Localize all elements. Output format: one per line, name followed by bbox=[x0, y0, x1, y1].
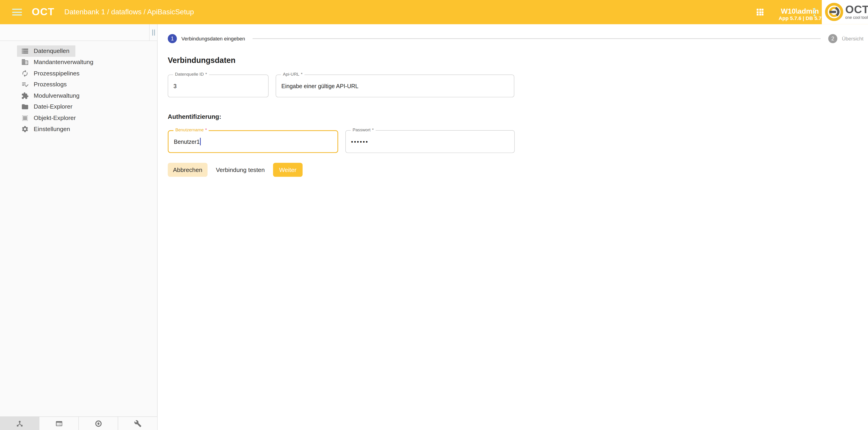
sidebar-item-einstellungen[interactable]: Einstellungen bbox=[17, 124, 76, 135]
eye-icon bbox=[95, 420, 102, 427]
apps-grid-icon[interactable] bbox=[757, 9, 764, 15]
datasource-id-label: Datenquelle ID* bbox=[173, 71, 209, 77]
brand-logo: OCT one cool tool bbox=[822, 0, 868, 24]
sidebar-item-label: Modulverwaltung bbox=[34, 92, 80, 99]
logo-tagline: one cool tool bbox=[845, 15, 868, 20]
button-row: Abbrechen Verbindung testen Weiter bbox=[168, 163, 868, 177]
sidebar-item-label: Mandantenverwaltung bbox=[34, 59, 93, 66]
app-title: OCT bbox=[32, 6, 55, 18]
next-button[interactable]: Weiter bbox=[273, 163, 303, 177]
logged-in-user[interactable]: W10\admin bbox=[781, 7, 819, 16]
test-connection-button[interactable]: Verbindung testen bbox=[211, 163, 269, 177]
cancel-button[interactable]: Abbrechen bbox=[168, 163, 208, 177]
app-window: OCT Datenbank 1 / dataflows / ApiBasicSe… bbox=[0, 0, 868, 430]
api-url-value: Eingabe einer gültige API-URL bbox=[281, 83, 358, 89]
sidebar-nav: Datenquellen Mandantenverwaltung Prozess… bbox=[0, 45, 157, 135]
breadcrumb: Datenbank 1 / dataflows / ApiBasicSetup bbox=[64, 8, 194, 16]
sidebar-header-strip bbox=[0, 24, 157, 41]
password-field[interactable]: Passwort* •••••• bbox=[345, 130, 515, 153]
auth-field-row: Benutzername* Benutzer1 Passwort* •••••• bbox=[168, 130, 868, 153]
tab-flow-view[interactable] bbox=[0, 417, 39, 430]
password-label: Passwort* bbox=[351, 127, 376, 133]
tree-icon bbox=[16, 420, 23, 427]
more-vert-icon[interactable] bbox=[813, 8, 816, 16]
tab-tools[interactable] bbox=[118, 417, 157, 430]
sidebar-bottom-tabs bbox=[0, 417, 157, 430]
logo-text: OCT bbox=[845, 3, 868, 16]
building-icon bbox=[21, 58, 29, 66]
text-cursor bbox=[200, 138, 201, 145]
username-value: Benutzer1 bbox=[174, 138, 201, 145]
sidebar: Datenquellen Mandantenverwaltung Prozess… bbox=[0, 24, 157, 430]
sidebar-item-mandantenverwaltung[interactable]: Mandantenverwaltung bbox=[17, 57, 99, 68]
step-1-label: Verbindungsdaten eingeben bbox=[181, 36, 245, 41]
sidebar-item-label: Prozesslogs bbox=[34, 81, 67, 88]
version-info: App 5.7.6 | DB 5.7.6 bbox=[779, 15, 826, 21]
sidebar-item-prozesspipelines[interactable]: Prozesspipelines bbox=[17, 68, 86, 79]
api-url-field[interactable]: Api-URL* Eingabe einer gültige API-URL bbox=[276, 74, 514, 97]
password-value: •••••• bbox=[351, 138, 369, 145]
form-area: Verbindungsdaten Datenquelle ID* 3 Api-U… bbox=[158, 56, 868, 177]
api-url-label: Api-URL* bbox=[281, 71, 305, 77]
dot-grid-icon bbox=[21, 114, 29, 122]
step-2-label: Übersicht bbox=[842, 36, 864, 41]
wizard-stepper: 1 Verbindungsdaten eingeben 2 Übersicht bbox=[158, 24, 868, 43]
oct-logo-icon bbox=[825, 3, 843, 21]
datasource-id-value: 3 bbox=[174, 83, 177, 89]
folder-icon bbox=[21, 103, 29, 111]
gear-icon bbox=[21, 125, 29, 133]
sidebar-item-datei-explorer[interactable]: Datei-Explorer bbox=[17, 101, 79, 112]
sidebar-item-label: Einstellungen bbox=[34, 126, 70, 133]
stepper-connector bbox=[253, 38, 821, 39]
sidebar-item-objekt-explorer[interactable]: Objekt-Explorer bbox=[17, 112, 82, 124]
wrench-icon bbox=[134, 420, 141, 427]
sidebar-item-prozesslogs[interactable]: Prozesslogs bbox=[17, 79, 73, 90]
step-1-circle[interactable]: 1 bbox=[168, 34, 177, 43]
menu-icon[interactable] bbox=[12, 9, 22, 15]
sidebar-item-label: Datei-Explorer bbox=[34, 103, 72, 110]
puzzle-icon bbox=[21, 92, 29, 99]
username-label: Benutzername* bbox=[174, 127, 209, 133]
auth-heading: Authentifizierung: bbox=[168, 113, 868, 121]
main-content: 1 Verbindungsdaten eingeben 2 Übersicht … bbox=[158, 24, 868, 430]
sidebar-item-datenquellen[interactable]: Datenquellen bbox=[17, 45, 75, 57]
table-layout-icon bbox=[55, 420, 63, 427]
tab-preview[interactable] bbox=[79, 417, 118, 430]
tab-table-view[interactable] bbox=[39, 417, 79, 430]
sidebar-item-modulverwaltung[interactable]: Modulverwaltung bbox=[17, 90, 86, 101]
username-field[interactable]: Benutzername* Benutzer1 bbox=[168, 130, 338, 153]
top-toolbar: OCT Datenbank 1 / dataflows / ApiBasicSe… bbox=[0, 0, 868, 24]
sidebar-item-label: Prozesspipelines bbox=[34, 70, 80, 77]
datasource-id-field[interactable]: Datenquelle ID* 3 bbox=[168, 74, 268, 97]
connection-field-row: Datenquelle ID* 3 Api-URL* Eingabe einer… bbox=[168, 74, 868, 97]
playlist-check-icon bbox=[21, 80, 29, 88]
step-2-circle[interactable]: 2 bbox=[828, 34, 837, 43]
sync-icon bbox=[21, 69, 29, 77]
sidebar-item-label: Objekt-Explorer bbox=[34, 115, 76, 122]
resize-handle-icon[interactable] bbox=[149, 24, 157, 41]
page-title: Verbindungsdaten bbox=[168, 56, 868, 65]
sidebar-item-label: Datenquellen bbox=[34, 48, 69, 55]
storage-icon bbox=[21, 47, 29, 55]
